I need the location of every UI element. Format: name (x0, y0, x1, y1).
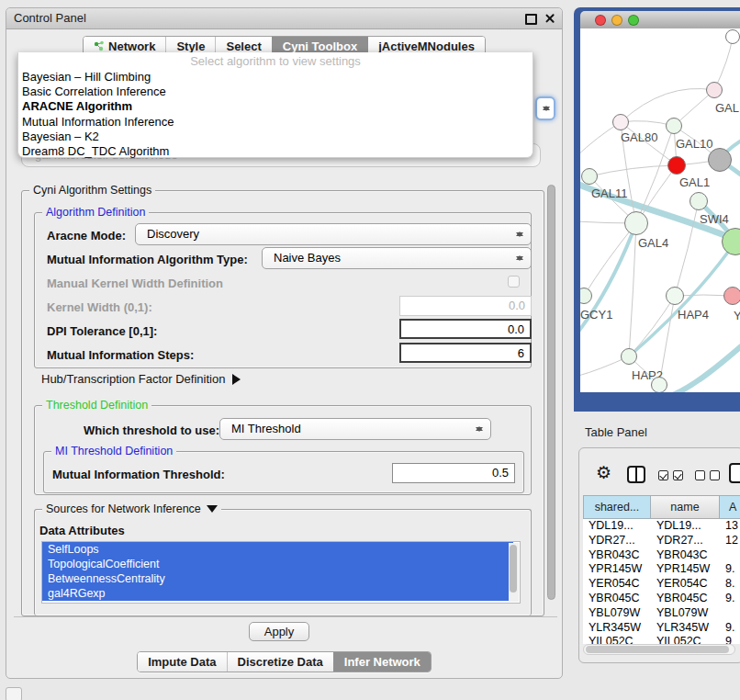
network-node-gal4[interactable] (624, 211, 648, 235)
table-row[interactable]: YER054CYER054C8. (583, 577, 740, 592)
minimize-traffic-light[interactable] (611, 15, 622, 26)
attribute-item-topologicalcoefficient[interactable]: TopologicalCoefficient (42, 557, 513, 571)
columns-icon[interactable] (627, 466, 645, 483)
column-header-shared-name[interactable]: shared... (583, 495, 651, 519)
select-all-columns-icon[interactable] (658, 470, 683, 480)
algorithm-option-dream8-dc-tdc-algorithm[interactable]: Dream8 DC_TDC Algorithm (18, 144, 533, 159)
column-header-partial[interactable]: A (720, 495, 740, 519)
table-cell: YER054C (583, 577, 651, 592)
sources-toggle[interactable]: Sources for Network Inference (42, 502, 221, 518)
table-cell: YBR043C (651, 548, 720, 563)
zoom-traffic-light[interactable] (628, 15, 639, 26)
tab-discretize-data[interactable]: Discretize Data (227, 652, 333, 672)
table-row[interactable]: YBR043CYBR043C (583, 548, 740, 563)
network-node-gal80[interactable] (612, 114, 629, 130)
network-window-titlebar (580, 11, 740, 29)
network-node-y[interactable] (723, 287, 740, 305)
close-icon[interactable] (544, 13, 555, 23)
network-node[interactable] (708, 148, 732, 172)
network-node-hap2[interactable] (621, 348, 637, 365)
inference-algorithm-combo-stepper[interactable] (535, 96, 555, 120)
mi-threshold-field[interactable]: 0.5 (392, 463, 515, 483)
algorithm-option-bayesian-k2[interactable]: Bayesian – K2 (18, 130, 533, 144)
gear-icon[interactable]: ⚙ (596, 464, 611, 482)
kernel-width-field[interactable]: 0.0 (399, 296, 532, 316)
algorithm-option-aracne-algorithm[interactable]: ARACNE Algorithm (18, 99, 533, 114)
table-cell: 9. (720, 562, 740, 577)
manual-kernel-label: Manual Kernel Width Definition (47, 277, 223, 290)
node-label-gal: GAL (715, 101, 739, 115)
node-label-gal1: GAL1 (679, 175, 710, 189)
tab-infer-network[interactable]: Infer Network (333, 652, 431, 672)
network-node-gal11[interactable] (581, 168, 598, 185)
aracne-mode-combo[interactable]: Discovery (135, 223, 532, 245)
hub-definition-toggle[interactable]: Hub/Transcription Factor Definition (41, 372, 246, 386)
tab-impute-data-label: Impute Data (148, 652, 216, 672)
apply-button[interactable]: Apply (249, 622, 309, 641)
network-node[interactable] (725, 29, 740, 44)
tab-discretize-data-label: Discretize Data (238, 652, 323, 672)
table-row[interactable]: YPR145WYPR145W9. (583, 562, 740, 577)
table-row[interactable]: YBL079WYBL079W (583, 606, 740, 621)
attribute-item-selfloops[interactable]: SelfLoops (42, 542, 513, 557)
table-cell: YBR045C (583, 592, 651, 606)
network-canvas[interactable]: GALGAL80GAL10GAL1GAL11SWI4GAL4GCY1HAP4YH… (580, 28, 740, 392)
table-cell: YDL19... (583, 519, 651, 534)
node-label-gal10: GAL10 (676, 137, 712, 151)
algorithm-dropdown-placeholder: Select algorithm to view settings (18, 54, 533, 70)
attribute-item-gal4rgexp[interactable]: gal4RGexp (42, 586, 513, 601)
table-cell: 12 (720, 534, 740, 548)
manual-kernel-checkbox[interactable] (508, 276, 520, 288)
table-row[interactable]: YDL19...YDL19...13 (583, 519, 740, 534)
network-node-gal1[interactable] (667, 156, 686, 175)
column-header-name[interactable]: name (651, 495, 720, 519)
mi-steps-field[interactable]: 6 (399, 343, 532, 363)
settings-scrollbar[interactable] (547, 185, 556, 607)
minimized-panel-icon[interactable] (6, 687, 22, 700)
table-row[interactable]: YDR27...YDR27...12 (583, 534, 740, 548)
network-node[interactable] (651, 377, 667, 392)
mi-type-value: Naive Bayes (274, 251, 341, 265)
table-hscrollbar[interactable] (583, 644, 735, 655)
node-label-y: Y (734, 309, 740, 322)
table-row[interactable]: YBR045CYBR045C9. (583, 592, 740, 606)
sources-title: Sources for Network Inference (46, 502, 201, 515)
table-panel: ⚙ shared... name A YDL19...YDL19...13YDR… (578, 447, 740, 663)
table-row[interactable]: YIL052CYIL052C9 (583, 635, 740, 644)
close-traffic-light[interactable] (595, 15, 606, 26)
network-node-hap4[interactable] (666, 287, 684, 305)
network-node-swi4[interactable] (690, 192, 708, 210)
hub-definition-label: Hub/Transcription Factor Definition (41, 372, 225, 386)
control-panel-titlebar: Control Panel (6, 8, 562, 29)
mi-steps-label: Mutual Information Steps: (47, 348, 194, 362)
tab-infer-network-label: Infer Network (344, 652, 420, 672)
algorithm-option-basic-correlation-inference[interactable]: Basic Correlation Inference (18, 85, 533, 99)
table-cell: YDR27... (583, 534, 651, 548)
network-node-gal10[interactable] (666, 118, 682, 134)
mi-type-combo[interactable]: Naive Bayes (262, 247, 532, 269)
algorithm-option-mutual-information-inference[interactable]: Mutual Information Inference (18, 115, 533, 130)
control-panel-window: Control Panel NetworkStyleSelectCyni Too… (6, 7, 563, 679)
table-cell: YLR345W (651, 621, 720, 636)
network-node-gal[interactable] (706, 82, 723, 98)
attribute-item-betweennesscentrality[interactable]: BetweennessCentrality (42, 571, 513, 586)
cyni-algorithm-settings-title: Cyni Algorithm Settings (29, 184, 155, 197)
algorithm-option-bayesian-hill-climbing[interactable]: Bayesian – Hill Climbing (18, 70, 533, 85)
bottom-tabbar: Impute DataDiscretize DataInfer Network (6, 651, 562, 672)
deselect-all-columns-icon[interactable] (695, 470, 720, 480)
which-threshold-combo[interactable]: MI Threshold (219, 418, 491, 440)
data-attributes-label: Data Attributes (39, 524, 125, 537)
mi-threshold-label: Mutual Information Threshold: (52, 468, 225, 481)
attr-list-scrollbar[interactable] (509, 543, 519, 602)
table-row[interactable]: YLR345WYLR345W9. (583, 621, 740, 636)
node-label-gcy1: GCY1 (580, 308, 612, 322)
expand-right-icon (232, 374, 246, 385)
dpi-tolerance-field[interactable]: 0.0 (399, 319, 532, 339)
threshold-definition-title: Threshold Definition (42, 399, 151, 412)
new-table-icon[interactable] (729, 463, 740, 483)
settings-scroll-region: Cyni Algorithm Settings Algorithm Defini… (14, 178, 557, 617)
table-body: YDL19...YDL19...13YDR27...YDR27...12YBR0… (583, 519, 740, 644)
tab-impute-data[interactable]: Impute Data (138, 652, 226, 672)
float-window-icon[interactable] (525, 14, 537, 25)
data-attributes-list[interactable]: SelfLoopsTopologicalCoefficientBetweenne… (41, 541, 521, 604)
